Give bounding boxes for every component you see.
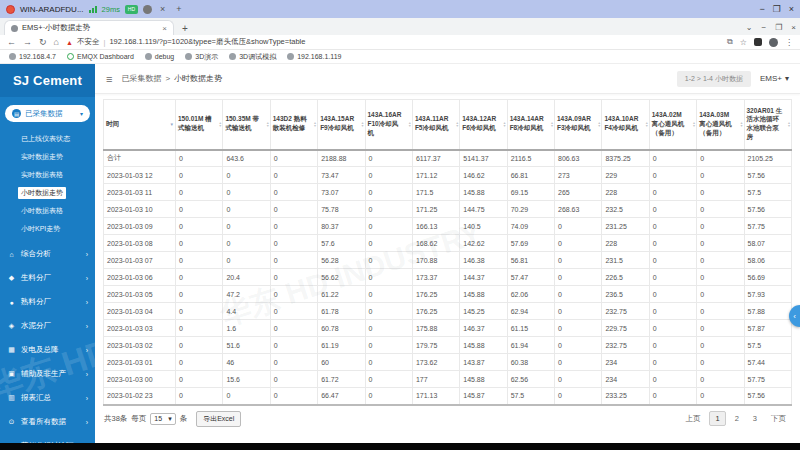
bookmark-label: 3D调试模拟 (239, 52, 276, 62)
column-header[interactable]: 143A.16AR F10冷却风机▴▾ (365, 100, 412, 150)
forward-icon[interactable]: → (23, 37, 32, 47)
sidebar-subitem[interactable]: 实时数据走势 (18, 148, 95, 166)
sort-icon[interactable]: ▾ (170, 121, 173, 127)
sidebar-section-aux[interactable]: ▣辅助及非生产› (0, 362, 95, 386)
page-number[interactable]: 1 (709, 411, 725, 426)
sort-icon[interactable]: ▴▾ (646, 121, 648, 127)
sidebar-subitem[interactable]: 小时数据表格 (18, 202, 95, 220)
sort-icon[interactable]: ▴▾ (219, 121, 221, 127)
per-page-select[interactable]: 15 ▾ (150, 413, 175, 425)
page-number[interactable]: 2 (730, 412, 744, 425)
column-header[interactable]: 143A.12AR F6冷却风机▴▾ (460, 100, 507, 150)
column-header[interactable]: 143A.11AR F5冷却风机▴▾ (412, 100, 459, 150)
sidebar-section-bolt[interactable]: ◆生料分厂› (0, 266, 95, 290)
bookmark-item[interactable]: 3D调试模拟 (229, 52, 276, 62)
browser-close-icon[interactable]: × (791, 23, 796, 32)
table-cell: 0 (649, 218, 696, 235)
export-excel-button[interactable]: 导出Excel (196, 411, 241, 427)
table-cell: 57.5 (744, 337, 792, 354)
sort-icon[interactable]: ▴▾ (504, 121, 506, 127)
bookmark-item[interactable]: debug (145, 53, 174, 60)
sidebar-section-label: 熟料分厂 (21, 297, 51, 307)
column-header-label: 143A.12AR F6冷却风机 (462, 115, 498, 133)
sort-icon[interactable]: ▴▾ (456, 121, 458, 127)
column-header[interactable]: 143A.15AR F9冷却风机▴▾ (318, 100, 365, 150)
window-maximize-icon[interactable]: ❐ (773, 4, 781, 14)
browser-maximize-icon[interactable]: ❐ (775, 23, 782, 32)
sort-icon[interactable]: ▴▾ (551, 121, 553, 127)
next-page-button[interactable]: 下页 (766, 412, 791, 426)
column-header[interactable]: 150.35M 带式输送机▴▾ (223, 100, 270, 150)
remote-tab-close-icon[interactable]: × (157, 4, 168, 14)
table-cell: 0 (555, 303, 602, 320)
table-cell: 0 (649, 371, 696, 388)
column-header[interactable]: 143A.10AR F4冷却风机▴▾ (602, 100, 649, 150)
new-tab-button[interactable]: + (174, 23, 196, 35)
remote-new-tab-button[interactable]: + (173, 4, 184, 14)
sort-icon[interactable]: ▴▾ (409, 121, 411, 127)
column-header[interactable]: 143A.14AR F8冷却风机▴▾ (507, 100, 554, 150)
menu-dots-icon[interactable]: ⋮ (785, 38, 793, 47)
url-field[interactable]: ▲ 不安全 | 192.168.1.119/?p=1020&typee=磨头低压… (66, 37, 720, 47)
sidebar-section-chat[interactable]: ◐节能分析讨论区 (0, 434, 95, 443)
sort-icon[interactable]: ▴▾ (740, 121, 742, 127)
prev-page-button[interactable]: 上页 (680, 412, 705, 426)
sidebar-subitem[interactable]: 实时数据表格 (18, 166, 95, 184)
bookmark-item[interactable]: 192.168.4.7 (9, 53, 56, 60)
bookmark-item[interactable]: 3D演示 (185, 52, 218, 62)
table-cell: 273 (555, 167, 602, 184)
sort-icon[interactable]: ▴▾ (314, 121, 316, 127)
sort-icon[interactable]: ▴▾ (267, 121, 269, 127)
sort-icon[interactable]: ▴▾ (361, 121, 363, 127)
table-cell: 0 (176, 150, 223, 167)
sidebar-subitem[interactable]: 小时数据走势 (18, 184, 95, 202)
range-label[interactable]: 1-2 > 1-4 小时数据 (677, 71, 751, 87)
column-header[interactable]: 150.01M 槽式输送机▴▾ (176, 100, 223, 150)
sidebar-subitem[interactable]: 小时KPI走势 (18, 220, 95, 238)
reload-icon[interactable]: ↻ (39, 37, 47, 47)
hamburger-icon[interactable]: ≡ (106, 73, 112, 85)
column-header-time[interactable]: 时间▾ (104, 100, 176, 150)
bookmark-item[interactable]: EMQX Dashboard (67, 53, 134, 60)
table-cell: 0 (223, 235, 270, 252)
table-cell: 0 (176, 252, 223, 269)
breadcrumb-parent[interactable]: 已采集数据 (121, 73, 161, 84)
sidebar-subitem[interactable]: 已上线仪表状态 (18, 130, 95, 148)
column-header[interactable]: 143A.09AR F3冷却风机▴▾ (555, 100, 602, 150)
column-header[interactable]: 320AR01 生活水池循环水池联合泵房▴▾ (744, 100, 792, 150)
row-time-cell: 2023-01-02 23 (104, 388, 176, 405)
window-close-icon[interactable]: × (789, 4, 794, 14)
column-header[interactable]: 143D2 熟料散装机检修▴▾ (270, 100, 317, 150)
sidebar-section-droplet[interactable]: ●熟料分厂› (0, 290, 95, 314)
column-header[interactable]: 143A.02M 离心通风机（备用）▴▾ (649, 100, 696, 150)
table-cell: 0 (697, 303, 744, 320)
table-cell: 57.93 (744, 286, 792, 303)
sidebar-section-report[interactable]: ▥报表汇总› (0, 386, 95, 410)
bookmark-item[interactable]: 192.168.1.119 (287, 53, 341, 60)
sidebar-item-collected-data[interactable]: ▤ 已采集数据 ▾ (5, 105, 90, 122)
sidebar-section-power[interactable]: ▦发电及总降› (0, 338, 95, 362)
column-header[interactable]: 143A.03M 离心通风机（备用）▴▾ (697, 100, 744, 150)
tab-close-icon[interactable]: × (162, 24, 167, 33)
sidebar-section-cement[interactable]: ◈水泥分厂› (0, 314, 95, 338)
browser-tab[interactable]: EMS+·小时数据走势 × (4, 20, 174, 35)
extension-icon[interactable] (754, 38, 762, 46)
window-minimize-icon[interactable]: − (759, 4, 764, 14)
bookmark-star-icon[interactable]: ☆ (740, 38, 747, 47)
bookmark-label: EMQX Dashboard (77, 53, 134, 60)
droplet-icon: ● (7, 299, 16, 306)
profile-avatar[interactable] (769, 38, 778, 47)
home-icon[interactable]: ⌂ (54, 37, 59, 47)
page-number[interactable]: 3 (748, 412, 762, 425)
sort-icon[interactable]: ▴▾ (693, 121, 695, 127)
browser-minimize-icon[interactable]: − (761, 23, 766, 32)
sort-icon[interactable]: ▴▾ (788, 121, 790, 127)
back-icon[interactable]: ← (7, 37, 16, 47)
sidebar-section-home[interactable]: ⌂综合分析› (0, 242, 95, 266)
share-icon[interactable]: ⧉ (727, 37, 733, 47)
profile-dropdown[interactable]: EMS+ ▾ (760, 74, 789, 83)
tab-search-icon[interactable]: ⌄ (746, 23, 753, 32)
sidebar-section-search[interactable]: ⊙查看所有数据› (0, 410, 95, 434)
sort-icon[interactable]: ▴▾ (598, 121, 600, 127)
table-cell: 51.6 (223, 337, 270, 354)
